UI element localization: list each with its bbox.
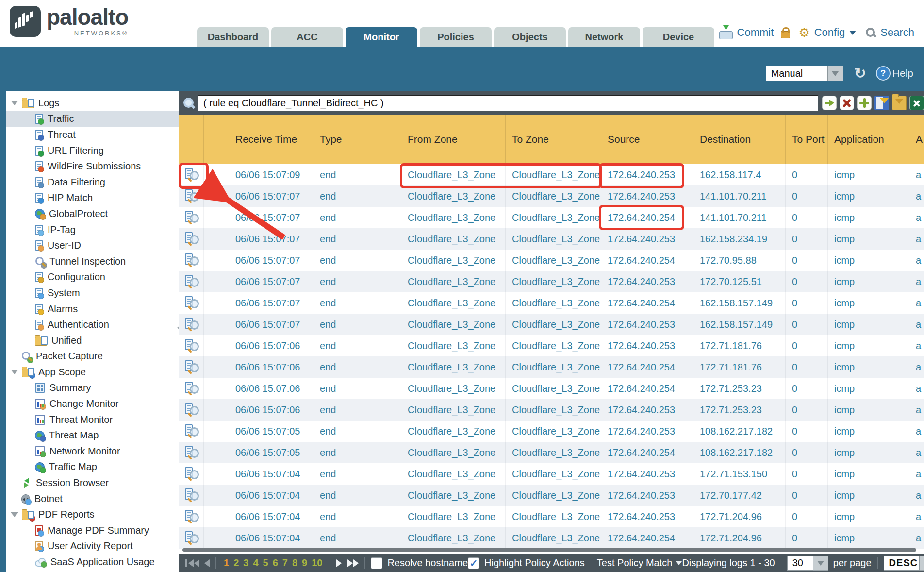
log-detail-magnifier-icon[interactable] bbox=[184, 296, 198, 310]
column-header-type[interactable]: Type bbox=[314, 115, 401, 164]
per-page-select[interactable]: 30 bbox=[787, 556, 813, 571]
sidebar-item-data-filtering[interactable]: Data Filtering bbox=[6, 174, 179, 190]
page-number-6[interactable]: 6 bbox=[273, 557, 278, 569]
expand-triangle-icon[interactable] bbox=[11, 370, 18, 374]
log-detail-magnifier-icon[interactable] bbox=[184, 338, 198, 353]
tab-network[interactable]: Network bbox=[568, 27, 640, 47]
apply-filter-icon[interactable] bbox=[822, 96, 837, 110]
page-number-2[interactable]: 2 bbox=[233, 557, 239, 569]
test-policy-match-button[interactable]: Test Policy Match bbox=[597, 557, 682, 569]
page-number-7[interactable]: 7 bbox=[282, 557, 288, 569]
refresh-icon[interactable] bbox=[854, 66, 866, 81]
commit-button[interactable]: Commit bbox=[737, 26, 774, 39]
tab-device[interactable]: Device bbox=[643, 27, 714, 47]
detail-cell[interactable] bbox=[179, 442, 204, 463]
sidebar-item-configuration[interactable]: Configuration bbox=[6, 269, 179, 286]
scrollbar-thumb[interactable] bbox=[182, 548, 916, 552]
sidebar-item-traffic-map[interactable]: Traffic Map bbox=[6, 459, 179, 475]
sidebar-item-unified[interactable]: Unified bbox=[6, 333, 179, 349]
column-header-to-zone[interactable]: To Zone bbox=[506, 115, 601, 164]
page-number-9[interactable]: 9 bbox=[302, 557, 307, 569]
sort-order-select[interactable]: DESC bbox=[884, 556, 920, 571]
resolve-hostname-checkbox[interactable] bbox=[371, 557, 382, 569]
detail-cell[interactable] bbox=[179, 271, 204, 292]
detail-cell[interactable] bbox=[179, 399, 204, 421]
column-header-destination[interactable]: Destination bbox=[693, 115, 786, 164]
detail-cell[interactable] bbox=[179, 463, 204, 485]
highlight-policy-actions-checkbox[interactable] bbox=[468, 557, 479, 569]
sidebar-item-pdf-reports[interactable]: PDF Reports bbox=[6, 506, 179, 522]
sidebar-item-authentication[interactable]: Authentication bbox=[6, 317, 179, 333]
expand-triangle-icon[interactable] bbox=[11, 101, 18, 105]
tab-acc[interactable]: ACC bbox=[271, 27, 343, 47]
tab-objects[interactable]: Objects bbox=[494, 27, 566, 47]
sidebar-item-user-id[interactable]: User-ID bbox=[6, 237, 179, 253]
refresh-interval-select[interactable]: Manual bbox=[766, 66, 828, 81]
refresh-interval-dropdown-arrow[interactable] bbox=[828, 66, 843, 81]
config-button[interactable]: Config bbox=[814, 26, 845, 39]
sort-order-dropdown-arrow[interactable] bbox=[920, 556, 924, 571]
column-header-receive-time[interactable]: Receive Time bbox=[229, 115, 314, 164]
sidebar-item-user-activity-report[interactable]: User Activity Report bbox=[6, 538, 179, 555]
add-log-filter-icon[interactable] bbox=[874, 96, 889, 110]
page-number-5[interactable]: 5 bbox=[263, 557, 268, 569]
log-detail-magnifier-icon[interactable] bbox=[184, 168, 198, 182]
sidebar-item-alarms[interactable]: Alarms bbox=[6, 301, 179, 317]
add-filter-icon[interactable] bbox=[857, 96, 872, 110]
detail-cell[interactable] bbox=[179, 527, 204, 549]
clear-filter-icon[interactable] bbox=[840, 96, 854, 110]
sidebar-item-url-filtering[interactable]: URL Filtering bbox=[6, 143, 179, 159]
log-detail-magnifier-icon[interactable] bbox=[184, 360, 198, 374]
sidebar-item-app-scope[interactable]: App Scope bbox=[6, 364, 179, 380]
sidebar-item-wildfire-submissions[interactable]: WildFire Submissions bbox=[6, 158, 179, 174]
column-header-application[interactable]: Application bbox=[828, 115, 909, 164]
lock-icon[interactable] bbox=[781, 31, 790, 38]
detail-cell[interactable] bbox=[179, 185, 204, 207]
log-filter-input[interactable] bbox=[198, 95, 818, 111]
sidebar-item-manage-pdf-summary[interactable]: Manage PDF Summary bbox=[6, 522, 179, 538]
column-header-source[interactable]: Source bbox=[601, 115, 693, 164]
sidebar-item-globalprotect[interactable]: GlobalProtect bbox=[6, 206, 179, 222]
page-number-3[interactable]: 3 bbox=[243, 557, 248, 569]
sidebar-item-summary[interactable]: Summary bbox=[6, 380, 179, 396]
log-detail-magnifier-icon[interactable] bbox=[184, 445, 198, 460]
log-detail-magnifier-icon[interactable] bbox=[184, 488, 198, 503]
export-to-csv-icon[interactable] bbox=[909, 96, 924, 110]
column-header-to-port[interactable]: To Port bbox=[786, 115, 828, 164]
column-header-a[interactable]: A bbox=[909, 115, 924, 164]
sidebar-item-hip-match[interactable]: HIP Match bbox=[6, 190, 179, 206]
sidebar-item-saas-application-usage[interactable]: SaaS Application Usage bbox=[6, 554, 179, 570]
detail-cell[interactable] bbox=[179, 207, 204, 228]
tab-monitor[interactable]: Monitor bbox=[346, 27, 417, 47]
log-detail-magnifier-icon[interactable] bbox=[184, 509, 198, 524]
page-number-8[interactable]: 8 bbox=[292, 557, 297, 569]
per-page-dropdown-arrow[interactable] bbox=[813, 556, 828, 571]
sidebar-item-traffic[interactable]: Traffic bbox=[6, 111, 179, 127]
tab-policies[interactable]: Policies bbox=[420, 27, 492, 47]
load-filter-icon[interactable] bbox=[892, 96, 907, 110]
sidebar-item-change-monitor[interactable]: Change Monitor bbox=[6, 396, 179, 412]
sidebar-item-threat-monitor[interactable]: Threat Monitor bbox=[6, 412, 179, 428]
detail-cell[interactable] bbox=[179, 164, 204, 185]
sidebar-item-network-monitor[interactable]: Network Monitor bbox=[6, 443, 179, 459]
detail-cell[interactable] bbox=[179, 228, 204, 250]
log-detail-magnifier-icon[interactable] bbox=[184, 189, 198, 203]
log-detail-magnifier-icon[interactable] bbox=[184, 210, 198, 225]
sidebar-item-system[interactable]: System bbox=[6, 285, 179, 301]
first-page-button[interactable] bbox=[185, 559, 199, 567]
sidebar-item-tunnel-inspection[interactable]: Tunnel Inspection bbox=[6, 253, 179, 269]
last-page-button[interactable] bbox=[347, 559, 359, 567]
help-label[interactable]: Help bbox=[892, 67, 913, 79]
column-header-from-zone[interactable]: From Zone bbox=[401, 115, 506, 164]
log-detail-magnifier-icon[interactable] bbox=[184, 317, 198, 332]
log-detail-magnifier-icon[interactable] bbox=[184, 531, 198, 545]
sidebar-item-session-browser[interactable]: Session Browser bbox=[6, 475, 179, 491]
detail-cell[interactable] bbox=[179, 314, 204, 335]
log-detail-magnifier-icon[interactable] bbox=[184, 424, 198, 438]
detail-cell[interactable] bbox=[179, 250, 204, 271]
config-caret-icon[interactable] bbox=[849, 31, 856, 38]
page-number-10[interactable]: 10 bbox=[312, 557, 322, 569]
sidebar-item-botnet[interactable]: Botnet bbox=[6, 491, 179, 507]
tab-dashboard[interactable]: Dashboard bbox=[197, 27, 269, 47]
sidebar-item-ip-tag[interactable]: IP-Tag bbox=[6, 222, 179, 238]
